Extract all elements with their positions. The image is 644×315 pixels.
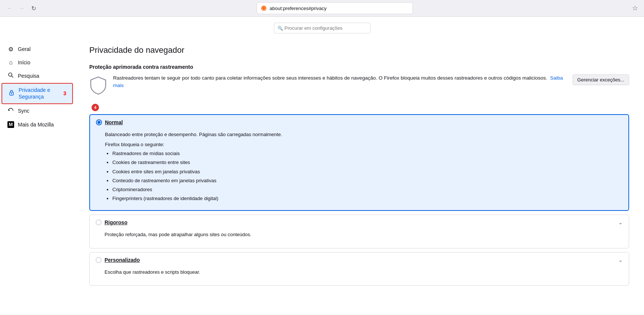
lock-icon	[8, 90, 15, 97]
toolbar: ← → ↻ about:preferences#privacy ☆	[0, 0, 644, 16]
option-personalizado[interactable]: Personalizado ⌄ Escolha que rastreadores…	[89, 252, 629, 286]
sidebar-item-mozilla[interactable]: M Mais da Mozilla	[1, 118, 73, 131]
option-rigoroso-body: Proteção reforçada, mas pode atrapalhar …	[90, 230, 629, 248]
gear-icon: ⚙	[7, 46, 14, 53]
radio-normal[interactable]	[96, 119, 102, 125]
chevron-down-icon-personalizado: ⌄	[618, 257, 623, 263]
sidebar-label-pesquisa: Pesquisa	[18, 73, 39, 79]
back-button[interactable]: ←	[4, 3, 15, 13]
sidebar-label-sync: Sync	[18, 107, 29, 114]
option-rigoroso-header-left: Rigoroso	[96, 219, 127, 225]
sidebar-item-pesquisa[interactable]: Pesquisa	[1, 69, 73, 83]
tracking-description: Rastreadores tentam te seguir por todo c…	[113, 74, 567, 90]
search-wrap: 🔍	[274, 23, 371, 33]
main-layout: ⚙ Geral ⌂ Início Pesquisa	[0, 36, 644, 314]
option-normal-block-list: Rastreadores de mídias sociais Cookies d…	[105, 150, 622, 202]
option-normal-header-left: Normal	[96, 119, 123, 125]
option-personalizado-header[interactable]: Personalizado ⌄	[90, 253, 629, 267]
option-personalizado-desc: Escolha que rastreadores e scripts bloqu…	[105, 269, 623, 276]
list-item: Cookies entre sites em janelas privativa…	[112, 168, 622, 175]
browser-chrome: ← → ↻ about:preferences#privacy ☆	[0, 0, 644, 17]
chevron-down-icon: ⌄	[618, 219, 623, 225]
option-normal-sub-title: Firefox bloqueia o seguinte:	[105, 142, 622, 147]
search-row: 🔍	[0, 17, 644, 36]
search-nav-icon	[7, 72, 14, 80]
option-normal-label: Normal	[105, 119, 123, 125]
sidebar-item-inicio[interactable]: ⌂ Início	[1, 56, 73, 69]
list-item: Fingerprinters (rastreadores de identida…	[112, 195, 622, 202]
option-personalizado-body: Escolha que rastreadores e scripts bloqu…	[90, 267, 629, 285]
sidebar-label-inicio: Início	[18, 59, 30, 66]
home-icon: ⌂	[7, 59, 14, 66]
sidebar-item-geral[interactable]: ⚙ Geral	[1, 43, 73, 56]
radio-personalizado[interactable]	[96, 257, 102, 263]
option-normal-desc: Balanceado entre proteção e desempenho. …	[105, 131, 622, 138]
url-text: about:preferences#privacy	[270, 6, 327, 11]
option-rigoroso-label: Rigoroso	[105, 219, 127, 225]
list-item: Cookies de rastreamento entre sites	[112, 159, 622, 166]
option-normal[interactable]: Normal Balanceado entre proteção e desem…	[89, 114, 629, 211]
content-area: Privacidade do navegador Proteção aprimo…	[74, 36, 644, 314]
option-personalizado-label: Personalizado	[105, 257, 140, 263]
option-rigoroso-header[interactable]: Rigoroso ⌄	[90, 215, 629, 230]
sidebar-item-privacidade[interactable]: Privacidade e Segurança 3	[1, 83, 73, 104]
svg-line-3	[12, 76, 13, 77]
option-normal-body: Balanceado entre proteção e desempenho. …	[90, 130, 628, 210]
radio-rigoroso[interactable]	[96, 219, 102, 225]
reload-button[interactable]: ↻	[28, 3, 39, 13]
search-input[interactable]	[274, 23, 371, 33]
tracking-intro: Rastreadores tentam te seguir por todo c…	[89, 74, 629, 96]
mozilla-icon: M	[7, 121, 14, 128]
bookmark-button[interactable]: ☆	[631, 3, 640, 14]
svg-point-5	[11, 93, 12, 94]
firefox-logo-icon	[261, 5, 267, 11]
address-bar[interactable]: about:preferences#privacy	[257, 2, 413, 14]
forward-button[interactable]: →	[16, 3, 27, 13]
list-item: Conteúdo de rastreamento em janelas priv…	[112, 177, 622, 184]
sidebar-item-sync[interactable]: Sync	[1, 105, 73, 118]
nav-buttons: ← → ↻	[4, 3, 39, 13]
option-personalizado-header-left: Personalizado	[96, 257, 140, 263]
list-item: Rastreadores de mídias sociais	[112, 150, 622, 157]
list-item: Criptomineradores	[112, 186, 622, 193]
sidebar-label-mozilla: Mais da Mozilla	[18, 121, 54, 128]
annotation-4-wrap: 4	[89, 104, 99, 111]
section-title: Proteção aprimorada contra rastreamento	[89, 64, 629, 70]
svg-point-1	[263, 7, 265, 9]
annotation-badge-4: 4	[92, 104, 99, 111]
sync-icon	[7, 107, 14, 115]
option-rigoroso-desc: Proteção reforçada, mas pode atrapalhar …	[105, 231, 623, 238]
sidebar: ⚙ Geral ⌂ Início Pesquisa	[0, 36, 74, 314]
sidebar-label-geral: Geral	[18, 46, 31, 52]
manage-exceptions-button[interactable]: Gerenciar exceções...	[573, 74, 629, 85]
sidebar-label-privacidade: Privacidade e Segurança	[19, 87, 58, 100]
address-bar-container: about:preferences#privacy	[42, 2, 628, 14]
page-title: Privacidade do navegador	[89, 45, 629, 55]
option-normal-header[interactable]: Normal	[90, 115, 628, 130]
sidebar-badge-privacidade: 3	[63, 90, 66, 96]
search-icon: 🔍	[278, 26, 283, 31]
option-rigoroso[interactable]: Rigoroso ⌄ Proteção reforçada, mas pode …	[89, 215, 629, 248]
shield-icon	[89, 76, 107, 96]
